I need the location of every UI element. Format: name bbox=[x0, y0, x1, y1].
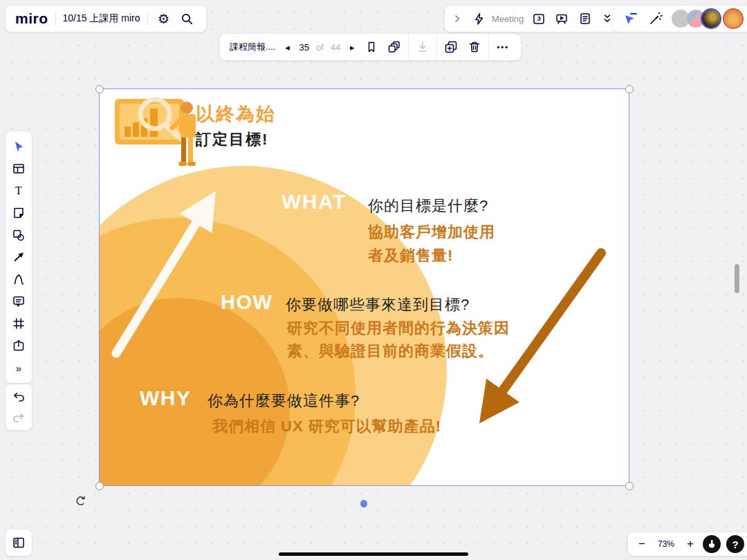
more-tools-button[interactable]: » bbox=[6, 357, 32, 379]
energy-button[interactable] bbox=[471, 11, 486, 26]
search-button[interactable] bbox=[178, 10, 196, 28]
shapes-tool-button[interactable] bbox=[6, 224, 32, 246]
white-up-arrow bbox=[116, 216, 201, 353]
follow-mode-button[interactable] bbox=[622, 10, 640, 28]
why-question[interactable]: 你為什麼要做這件事? bbox=[208, 391, 360, 411]
comment-icon bbox=[12, 295, 26, 308]
sticky-note-icon bbox=[12, 206, 26, 220]
help-button[interactable]: ? bbox=[726, 535, 744, 553]
calendar-day-label: 3 bbox=[532, 15, 546, 22]
collapse-toolbar-button[interactable] bbox=[601, 11, 614, 26]
avatar-current-user[interactable] bbox=[724, 10, 742, 28]
more-options-button[interactable]: ••• bbox=[495, 39, 511, 55]
prev-arrow-icon: ◂ bbox=[285, 43, 290, 52]
frame-name[interactable]: 課程簡報.... bbox=[230, 41, 275, 53]
zoom-in-button[interactable]: + bbox=[683, 536, 697, 552]
avatar-user3[interactable] bbox=[702, 10, 720, 28]
redo-button[interactable] bbox=[10, 411, 27, 424]
laser-pointer-icon bbox=[648, 11, 663, 26]
what-heading[interactable]: WHAT bbox=[282, 190, 347, 214]
present-button[interactable] bbox=[554, 11, 569, 26]
frames-panel-icon bbox=[12, 536, 26, 550]
zoom-toolbar: − 73% + ? bbox=[628, 532, 747, 556]
bookmark-icon bbox=[365, 41, 378, 53]
pen-tool-button[interactable] bbox=[6, 268, 32, 290]
next-arrow-icon: ▸ bbox=[350, 43, 355, 52]
notes-button[interactable] bbox=[578, 11, 593, 26]
why-answer[interactable]: 我們相信 UX 研究可以幫助產品! bbox=[212, 415, 441, 438]
download-icon bbox=[416, 40, 430, 54]
selection-handle-bottom-left[interactable] bbox=[95, 482, 104, 490]
bookmark-button[interactable] bbox=[364, 39, 379, 55]
plus-icon: + bbox=[683, 537, 697, 551]
zoom-out-button[interactable]: − bbox=[635, 536, 649, 552]
frame-tool-button[interactable] bbox=[6, 312, 32, 335]
minus-icon: − bbox=[635, 537, 649, 551]
selection-handle-bottom-right[interactable] bbox=[625, 482, 634, 490]
text-tool-button[interactable]: T bbox=[6, 180, 32, 202]
brown-down-arrow bbox=[497, 253, 601, 398]
how-answer-line1: 研究不同使用者間的行為決策因 bbox=[287, 317, 510, 339]
templates-icon bbox=[12, 162, 26, 176]
undo-button[interactable] bbox=[10, 390, 27, 404]
delete-button[interactable] bbox=[466, 39, 483, 55]
stacked-frames-icon bbox=[387, 40, 401, 54]
meeting-bar: Meeting 3 bbox=[445, 6, 620, 32]
how-heading[interactable]: HOW bbox=[221, 291, 273, 314]
how-answer-line2: 素、與驗證目前的商業假設。 bbox=[287, 339, 510, 362]
laser-pointer-button[interactable] bbox=[647, 10, 665, 28]
next-frame-button[interactable]: ▸ bbox=[347, 43, 357, 52]
shapes-icon bbox=[12, 228, 26, 242]
miro-logo[interactable]: miro bbox=[15, 10, 48, 27]
arrow-icon bbox=[12, 250, 26, 264]
frame-toolbar: 課程簡報.... ◂ 35 of 44 ▸ bbox=[220, 34, 521, 60]
slide-title[interactable]: 以終為始 bbox=[196, 102, 276, 127]
vertical-scrollbar[interactable] bbox=[735, 264, 739, 293]
templates-tool-button[interactable] bbox=[6, 158, 32, 180]
duplicate-button[interactable] bbox=[443, 39, 459, 55]
history-toolbar bbox=[6, 384, 32, 430]
tap-hand-icon bbox=[707, 539, 717, 549]
current-frame-number[interactable]: 35 bbox=[299, 42, 308, 53]
slide-frame[interactable]: 以終為始 訂定目標! WHAT 你的目標是什麼? 協助客戶增加使用 者及銷售量!… bbox=[99, 88, 629, 486]
why-answer-line1: 我們相信 UX 研究可以幫助產品! bbox=[212, 415, 441, 438]
comment-tool-button[interactable] bbox=[6, 290, 32, 312]
slide-subtitle[interactable]: 訂定目標! bbox=[196, 129, 268, 150]
arrow-tool-button[interactable] bbox=[6, 246, 32, 268]
prev-frame-button[interactable]: ◂ bbox=[282, 43, 292, 52]
notes-icon bbox=[578, 12, 592, 26]
what-answer[interactable]: 協助客戶增加使用 者及銷售量! bbox=[368, 221, 495, 268]
question-mark-icon: ? bbox=[732, 539, 738, 550]
selection-handle-top-right[interactable] bbox=[625, 85, 634, 93]
redo-icon bbox=[12, 412, 26, 423]
of-label: of bbox=[316, 42, 324, 53]
frame-icon bbox=[12, 317, 26, 330]
frames-stack-button[interactable] bbox=[386, 39, 403, 55]
selection-handle-top-left[interactable] bbox=[95, 85, 104, 93]
settings-button[interactable]: ⚙ bbox=[155, 10, 173, 28]
board-title[interactable]: 10/15 上課用 miro bbox=[63, 12, 140, 25]
pen-icon bbox=[12, 272, 26, 286]
how-answer[interactable]: 研究不同使用者間的行為決策因 素、與驗證目前的商業假設。 bbox=[287, 317, 510, 362]
collapse-meeting-button[interactable] bbox=[452, 12, 463, 26]
upload-icon bbox=[12, 339, 26, 353]
rotate-handle-icon[interactable] bbox=[74, 495, 87, 508]
how-question[interactable]: 你要做哪些事來達到目標? bbox=[286, 295, 470, 315]
upload-tool-button[interactable] bbox=[6, 335, 32, 357]
slide-pagination-dot[interactable] bbox=[360, 500, 367, 507]
what-answer-line1: 協助客戶增加使用 bbox=[368, 221, 495, 244]
analyst-illustration bbox=[112, 93, 205, 171]
divider bbox=[147, 12, 148, 26]
sticky-note-tool-button[interactable] bbox=[6, 202, 32, 224]
gestures-button[interactable] bbox=[703, 535, 721, 553]
select-tool-button[interactable] bbox=[6, 136, 32, 158]
frames-panel-button[interactable] bbox=[6, 530, 32, 556]
calendar-button[interactable]: 3 bbox=[532, 12, 546, 26]
why-heading[interactable]: WHY bbox=[140, 386, 192, 410]
what-question[interactable]: 你的目標是什麼? bbox=[368, 196, 488, 216]
follow-cursor-icon bbox=[623, 11, 638, 26]
download-button[interactable] bbox=[414, 39, 431, 55]
trash-icon bbox=[468, 40, 481, 54]
more-options-icon: ••• bbox=[497, 43, 509, 51]
zoom-level[interactable]: 73% bbox=[654, 539, 678, 549]
